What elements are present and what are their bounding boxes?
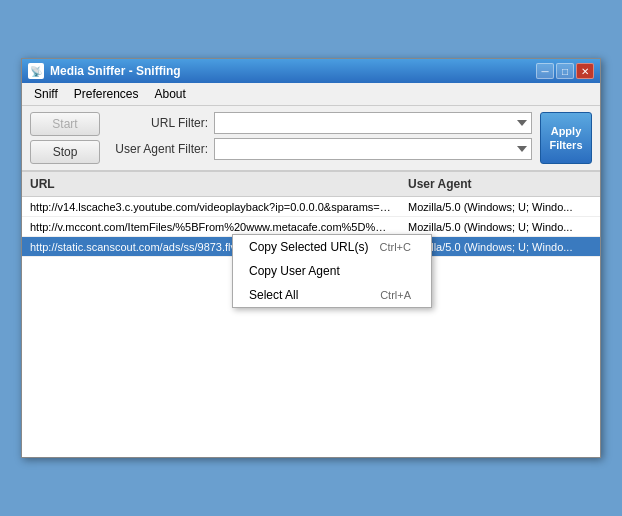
app-icon: 📡: [28, 63, 44, 79]
ua-cell: Mozilla/5.0 (Windows; U; Windo...: [400, 219, 600, 235]
title-controls: ─ □ ✕: [536, 63, 594, 79]
menu-bar: Sniff Preferences About: [22, 83, 600, 106]
menu-about[interactable]: About: [147, 85, 194, 103]
close-button[interactable]: ✕: [576, 63, 594, 79]
url-cell: http://v.mccont.com/ItemFiles/%5BFrom%20…: [22, 219, 400, 235]
title-bar-left: 📡 Media Sniffer - Sniffing: [28, 63, 181, 79]
context-copy-ua[interactable]: Copy User Agent: [233, 259, 431, 283]
url-filter-label: URL Filter:: [108, 116, 208, 130]
context-copy-urls[interactable]: Copy Selected URL(s) Ctrl+C: [233, 235, 431, 259]
ua-column-header: User Agent: [400, 174, 600, 194]
stop-button[interactable]: Stop: [30, 140, 100, 164]
minimize-button[interactable]: ─: [536, 63, 554, 79]
filters-area: URL Filter: User Agent Filter:: [108, 112, 532, 160]
context-menu: Copy Selected URL(s) Ctrl+C Copy User Ag…: [232, 234, 432, 308]
context-select-all[interactable]: Select All Ctrl+A: [233, 283, 431, 307]
control-buttons: Start Stop: [30, 112, 100, 164]
url-cell: http://v14.lscache3.c.youtube.com/videop…: [22, 199, 400, 215]
table-header: URL User Agent: [22, 172, 600, 197]
apply-filters-button[interactable]: ApplyFilters: [540, 112, 592, 164]
maximize-button[interactable]: □: [556, 63, 574, 79]
menu-preferences[interactable]: Preferences: [66, 85, 147, 103]
title-bar: 📡 Media Sniffer - Sniffing ─ □ ✕: [22, 59, 600, 83]
window-title: Media Sniffer - Sniffing: [50, 64, 181, 78]
table-row[interactable]: http://v14.lscache3.c.youtube.com/videop…: [22, 197, 600, 217]
app-window: 📡 Media Sniffer - Sniffing ─ □ ✕ Sniff P…: [21, 58, 601, 458]
start-button[interactable]: Start: [30, 112, 100, 136]
url-filter-select[interactable]: [214, 112, 532, 134]
ua-cell: Mozilla/5.0 (Windows; U; Windo...: [400, 199, 600, 215]
url-column-header: URL: [22, 174, 400, 194]
ua-filter-row: User Agent Filter:: [108, 138, 532, 160]
toolbar: Start Stop URL Filter: User Agent Filter…: [22, 106, 600, 171]
menu-sniff[interactable]: Sniff: [26, 85, 66, 103]
results-table: URL User Agent http://v14.lscache3.c.you…: [22, 171, 600, 457]
url-filter-row: URL Filter:: [108, 112, 532, 134]
ua-filter-select[interactable]: [214, 138, 532, 160]
ua-filter-label: User Agent Filter:: [108, 142, 208, 156]
